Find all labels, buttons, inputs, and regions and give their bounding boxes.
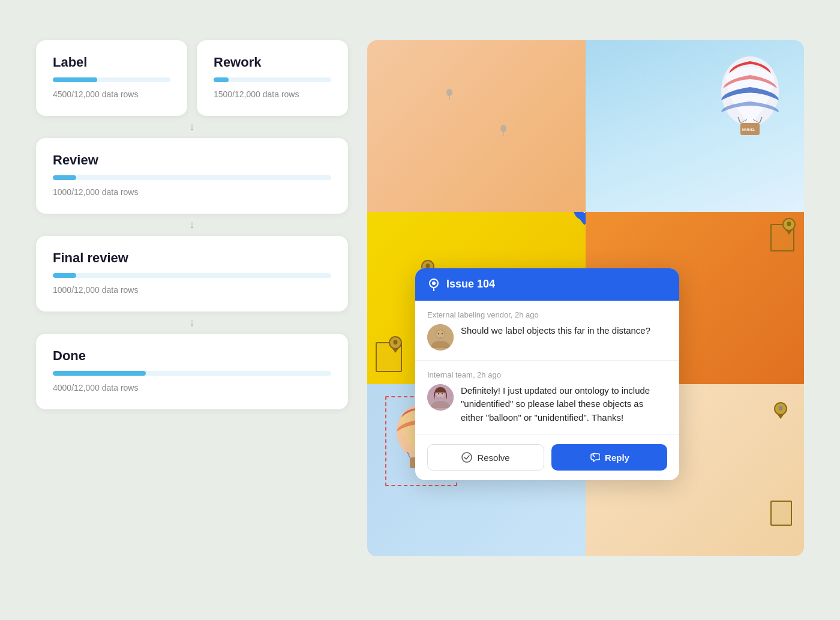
box-marker-orange <box>770 224 794 251</box>
img-sky: MARVEL <box>586 40 804 212</box>
label-progress-bg <box>53 77 170 82</box>
review-progress-bg <box>53 175 331 180</box>
done-title: Done <box>53 348 331 364</box>
female-avatar-svg <box>427 384 454 411</box>
card-final-review: Final review 1000/12,000 data rows <box>36 236 348 312</box>
label-subtitle: 4500/12,000 data rows <box>53 89 170 99</box>
final-review-progress-bg <box>53 273 331 278</box>
svg-point-30 <box>442 393 443 394</box>
final-review-subtitle: 1000/12,000 data rows <box>53 285 331 295</box>
svg-point-24 <box>438 333 439 334</box>
svg-point-20 <box>432 281 436 285</box>
arrow-3: ↓ <box>36 312 348 334</box>
comment-2-text: Definitely! I just updated our ontology … <box>461 384 667 425</box>
right-panel: MARVEL <box>367 40 804 556</box>
rework-title: Rework <box>214 55 331 70</box>
card-rework: Rework 1500/12,000 data rows <box>197 40 348 116</box>
male-avatar-svg <box>427 324 454 351</box>
box-marker-yellow-left <box>376 342 402 372</box>
issue-body: External labeling vendor, 2h ago <box>415 301 679 481</box>
svg-point-11 <box>394 340 398 345</box>
pipeline-row-1: Label 4500/12,000 data rows Rework 1500/… <box>36 40 348 116</box>
comment-1-text: Should we label objects this far in the … <box>461 324 650 338</box>
comment-1-row: Should we label objects this far in the … <box>427 324 667 351</box>
label-title: Label <box>53 55 170 70</box>
card-label: Label 4500/12,000 data rows <box>36 40 187 116</box>
issue-title: Issue 104 <box>446 278 495 290</box>
location-icon <box>427 278 440 291</box>
svg-point-29 <box>438 393 439 394</box>
comment-1: External labeling vendor, 2h ago <box>415 301 679 361</box>
card-review: Review 1000/12,000 data rows <box>36 138 348 214</box>
label-progress-fill <box>53 77 97 82</box>
done-subtitle: 4000/12,000 data rows <box>53 383 331 393</box>
final-review-progress-fill <box>53 273 76 278</box>
review-title: Review <box>53 152 331 168</box>
resolve-button[interactable]: Resolve <box>427 444 544 471</box>
reply-label: Reply <box>605 453 629 463</box>
pin-small-orange <box>782 218 796 231</box>
svg-point-25 <box>442 333 443 334</box>
avatar-female <box>427 384 454 411</box>
comment-1-meta: External labeling vendor, 2h ago <box>427 310 667 319</box>
issue-header: Issue 104 <box>415 268 679 301</box>
reply-icon <box>589 452 600 463</box>
pin-tail <box>580 219 586 225</box>
review-progress-fill <box>53 175 76 180</box>
resolve-check-icon <box>461 452 472 463</box>
rework-progress-bg <box>214 77 331 82</box>
svg-point-2 <box>500 125 506 132</box>
box-marker-peach-br <box>770 501 792 526</box>
left-panel: Label 4500/12,000 data rows Rework 1500/… <box>36 40 348 409</box>
svg-point-31 <box>462 453 472 462</box>
arrow-2: ↓ <box>36 214 348 236</box>
arrow-1: ↓ <box>36 116 348 138</box>
svg-text:MARVEL: MARVEL <box>742 128 755 131</box>
reply-button[interactable]: Reply <box>551 444 667 471</box>
balloon-colorful-main: MARVEL <box>714 52 786 148</box>
avatar-male <box>427 324 454 351</box>
issue-actions: Resolve Reply <box>415 435 679 480</box>
pin-small-peach <box>774 402 787 415</box>
img-warm-top <box>367 40 586 212</box>
comment-2: Internal team, 2h ago <box>415 361 679 435</box>
main-container: Label 4500/12,000 data rows Rework 1500/… <box>36 40 804 580</box>
comment-2-meta: Internal team, 2h ago <box>427 370 667 379</box>
balloon-pin-gray-1 <box>445 88 454 100</box>
svg-point-0 <box>446 89 452 96</box>
resolve-label: Resolve <box>477 453 509 463</box>
done-progress-bg <box>53 371 331 376</box>
comment-2-row: Definitely! I just updated our ontology … <box>427 384 667 425</box>
svg-point-23 <box>436 330 445 339</box>
svg-point-13 <box>787 221 791 226</box>
balloon-pin-gray-2 <box>499 124 508 136</box>
issue-popup: Issue 104 External labeling vendor, 2h a… <box>415 268 679 481</box>
rework-progress-fill <box>214 77 229 82</box>
pin-small-yellow-left <box>389 336 402 349</box>
review-subtitle: 1000/12,000 data rows <box>53 187 331 197</box>
svg-point-12 <box>426 263 430 268</box>
final-review-title: Final review <box>53 250 331 266</box>
rework-subtitle: 1500/12,000 data rows <box>214 89 331 99</box>
card-done: Done 4000/12,000 data rows <box>36 334 348 409</box>
svg-point-18 <box>779 406 783 411</box>
done-progress-fill <box>53 371 146 376</box>
